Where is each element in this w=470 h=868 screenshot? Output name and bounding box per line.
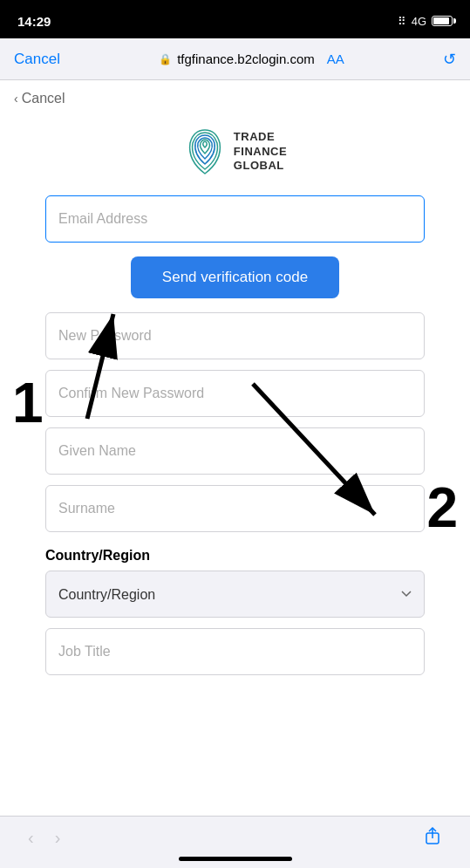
logo-line3: GLOBAL bbox=[234, 159, 287, 174]
browser-url-bar: 🔒 tfgfinance.b2clogin.com AA bbox=[71, 51, 433, 66]
status-time: 14:29 bbox=[17, 14, 51, 29]
page-cancel-label: Cancel bbox=[22, 91, 65, 106]
logo-text: TRADE FINANCE GLOBAL bbox=[234, 130, 287, 174]
logo-line2: FINANCE bbox=[234, 145, 287, 160]
browser-bar: Cancel 🔒 tfgfinance.b2clogin.com AA ↺ bbox=[0, 38, 470, 80]
status-icons: ⠿ 4G bbox=[398, 15, 453, 28]
page-wrapper: 14:29 ⠿ 4G Cancel 🔒 tfgfinance.b2clogin.… bbox=[0, 0, 470, 755]
page-cancel-link[interactable]: ‹ Cancel bbox=[0, 80, 470, 117]
country-label: Country/Region bbox=[45, 548, 425, 564]
back-button[interactable]: ‹ bbox=[17, 824, 44, 851]
reload-button[interactable]: ↺ bbox=[443, 50, 456, 69]
new-password-input[interactable] bbox=[45, 312, 425, 359]
job-title-input[interactable] bbox=[45, 628, 425, 675]
logo-graphic-icon bbox=[183, 126, 227, 178]
reader-mode-button[interactable]: AA bbox=[327, 51, 344, 66]
share-button[interactable] bbox=[412, 823, 453, 853]
forward-button[interactable]: › bbox=[44, 824, 72, 851]
email-input[interactable] bbox=[45, 195, 425, 243]
logo-area: TRADE FINANCE GLOBAL bbox=[0, 117, 470, 195]
home-indicator bbox=[179, 857, 292, 861]
back-chevron-icon: ‹ bbox=[14, 92, 18, 106]
confirm-password-input[interactable] bbox=[45, 370, 425, 417]
lock-icon: 🔒 bbox=[159, 53, 172, 65]
browser-cancel-button[interactable]: Cancel bbox=[14, 51, 60, 68]
surname-input[interactable] bbox=[45, 485, 425, 532]
network-type: 4G bbox=[412, 15, 426, 28]
browser-url-text: tfgfinance.b2clogin.com bbox=[177, 51, 315, 66]
given-name-input[interactable] bbox=[45, 427, 425, 475]
signal-dots-icon: ⠿ bbox=[398, 15, 406, 28]
form-area: Send verification code Country/Region Co… bbox=[0, 195, 470, 686]
send-verification-button[interactable]: Send verification code bbox=[131, 256, 339, 298]
logo-line1: TRADE bbox=[234, 130, 287, 145]
battery-icon bbox=[432, 16, 453, 26]
country-select[interactable]: Country/Region bbox=[45, 571, 425, 618]
status-bar: 14:29 ⠿ 4G bbox=[0, 0, 470, 38]
